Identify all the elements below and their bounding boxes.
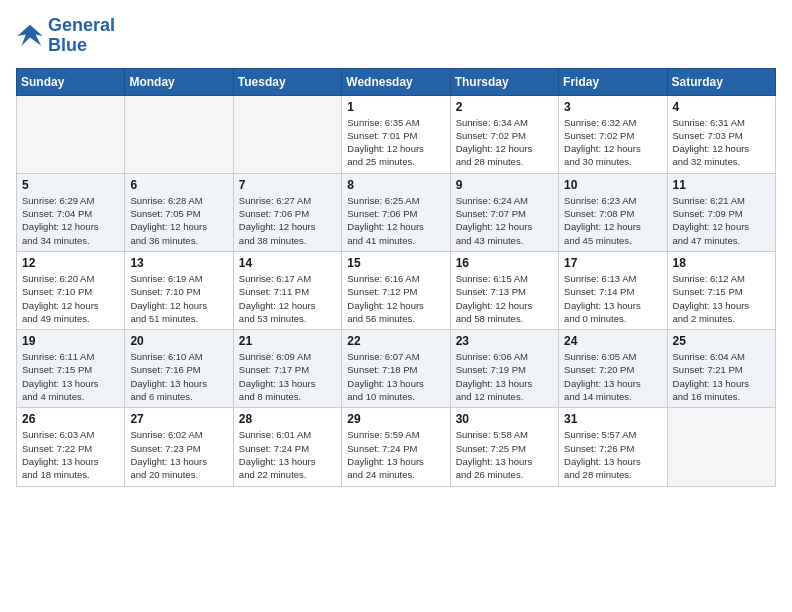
calendar-cell: 12Sunrise: 6:20 AM Sunset: 7:10 PM Dayli… <box>17 251 125 329</box>
calendar-cell: 25Sunrise: 6:04 AM Sunset: 7:21 PM Dayli… <box>667 330 775 408</box>
day-number: 1 <box>347 100 444 114</box>
day-info: Sunrise: 6:07 AM Sunset: 7:18 PM Dayligh… <box>347 350 444 403</box>
calendar-cell: 7Sunrise: 6:27 AM Sunset: 7:06 PM Daylig… <box>233 173 341 251</box>
day-info: Sunrise: 5:57 AM Sunset: 7:26 PM Dayligh… <box>564 428 661 481</box>
day-info: Sunrise: 6:24 AM Sunset: 7:07 PM Dayligh… <box>456 194 553 247</box>
day-number: 7 <box>239 178 336 192</box>
day-number: 3 <box>564 100 661 114</box>
calendar-cell: 30Sunrise: 5:58 AM Sunset: 7:25 PM Dayli… <box>450 408 558 486</box>
day-info: Sunrise: 6:29 AM Sunset: 7:04 PM Dayligh… <box>22 194 119 247</box>
day-info: Sunrise: 6:25 AM Sunset: 7:06 PM Dayligh… <box>347 194 444 247</box>
day-number: 11 <box>673 178 770 192</box>
day-info: Sunrise: 6:03 AM Sunset: 7:22 PM Dayligh… <box>22 428 119 481</box>
day-info: Sunrise: 6:12 AM Sunset: 7:15 PM Dayligh… <box>673 272 770 325</box>
calendar-cell <box>125 95 233 173</box>
calendar-cell: 6Sunrise: 6:28 AM Sunset: 7:05 PM Daylig… <box>125 173 233 251</box>
calendar-table: SundayMondayTuesdayWednesdayThursdayFrid… <box>16 68 776 487</box>
day-number: 25 <box>673 334 770 348</box>
calendar-cell: 2Sunrise: 6:34 AM Sunset: 7:02 PM Daylig… <box>450 95 558 173</box>
day-info: Sunrise: 6:11 AM Sunset: 7:15 PM Dayligh… <box>22 350 119 403</box>
calendar-week-row: 1Sunrise: 6:35 AM Sunset: 7:01 PM Daylig… <box>17 95 776 173</box>
day-number: 31 <box>564 412 661 426</box>
calendar-week-row: 5Sunrise: 6:29 AM Sunset: 7:04 PM Daylig… <box>17 173 776 251</box>
calendar-cell <box>667 408 775 486</box>
day-number: 5 <box>22 178 119 192</box>
day-info: Sunrise: 6:34 AM Sunset: 7:02 PM Dayligh… <box>456 116 553 169</box>
logo-icon <box>16 22 44 50</box>
day-number: 16 <box>456 256 553 270</box>
col-header-tuesday: Tuesday <box>233 68 341 95</box>
day-info: Sunrise: 6:32 AM Sunset: 7:02 PM Dayligh… <box>564 116 661 169</box>
svg-marker-0 <box>17 25 42 46</box>
col-header-sunday: Sunday <box>17 68 125 95</box>
logo-text: General Blue <box>48 16 115 56</box>
day-info: Sunrise: 6:15 AM Sunset: 7:13 PM Dayligh… <box>456 272 553 325</box>
day-info: Sunrise: 6:04 AM Sunset: 7:21 PM Dayligh… <box>673 350 770 403</box>
calendar-cell: 21Sunrise: 6:09 AM Sunset: 7:17 PM Dayli… <box>233 330 341 408</box>
calendar-cell: 3Sunrise: 6:32 AM Sunset: 7:02 PM Daylig… <box>559 95 667 173</box>
logo: General Blue <box>16 16 115 56</box>
day-number: 8 <box>347 178 444 192</box>
calendar-cell: 9Sunrise: 6:24 AM Sunset: 7:07 PM Daylig… <box>450 173 558 251</box>
calendar-cell: 23Sunrise: 6:06 AM Sunset: 7:19 PM Dayli… <box>450 330 558 408</box>
day-number: 23 <box>456 334 553 348</box>
calendar-week-row: 19Sunrise: 6:11 AM Sunset: 7:15 PM Dayli… <box>17 330 776 408</box>
calendar-cell: 22Sunrise: 6:07 AM Sunset: 7:18 PM Dayli… <box>342 330 450 408</box>
col-header-friday: Friday <box>559 68 667 95</box>
calendar-cell <box>17 95 125 173</box>
day-info: Sunrise: 6:35 AM Sunset: 7:01 PM Dayligh… <box>347 116 444 169</box>
calendar-cell: 13Sunrise: 6:19 AM Sunset: 7:10 PM Dayli… <box>125 251 233 329</box>
day-number: 21 <box>239 334 336 348</box>
day-info: Sunrise: 6:27 AM Sunset: 7:06 PM Dayligh… <box>239 194 336 247</box>
day-info: Sunrise: 6:13 AM Sunset: 7:14 PM Dayligh… <box>564 272 661 325</box>
day-number: 15 <box>347 256 444 270</box>
day-info: Sunrise: 6:21 AM Sunset: 7:09 PM Dayligh… <box>673 194 770 247</box>
day-number: 9 <box>456 178 553 192</box>
day-info: Sunrise: 6:02 AM Sunset: 7:23 PM Dayligh… <box>130 428 227 481</box>
day-info: Sunrise: 6:19 AM Sunset: 7:10 PM Dayligh… <box>130 272 227 325</box>
day-number: 14 <box>239 256 336 270</box>
day-number: 30 <box>456 412 553 426</box>
day-number: 28 <box>239 412 336 426</box>
day-number: 22 <box>347 334 444 348</box>
calendar-cell: 1Sunrise: 6:35 AM Sunset: 7:01 PM Daylig… <box>342 95 450 173</box>
day-number: 12 <box>22 256 119 270</box>
day-number: 17 <box>564 256 661 270</box>
calendar-cell: 15Sunrise: 6:16 AM Sunset: 7:12 PM Dayli… <box>342 251 450 329</box>
day-number: 29 <box>347 412 444 426</box>
calendar-cell: 11Sunrise: 6:21 AM Sunset: 7:09 PM Dayli… <box>667 173 775 251</box>
calendar-cell: 18Sunrise: 6:12 AM Sunset: 7:15 PM Dayli… <box>667 251 775 329</box>
day-number: 18 <box>673 256 770 270</box>
calendar-cell: 20Sunrise: 6:10 AM Sunset: 7:16 PM Dayli… <box>125 330 233 408</box>
calendar-cell: 8Sunrise: 6:25 AM Sunset: 7:06 PM Daylig… <box>342 173 450 251</box>
day-number: 10 <box>564 178 661 192</box>
col-header-monday: Monday <box>125 68 233 95</box>
day-info: Sunrise: 6:05 AM Sunset: 7:20 PM Dayligh… <box>564 350 661 403</box>
day-info: Sunrise: 6:06 AM Sunset: 7:19 PM Dayligh… <box>456 350 553 403</box>
calendar-header-row: SundayMondayTuesdayWednesdayThursdayFrid… <box>17 68 776 95</box>
calendar-cell: 5Sunrise: 6:29 AM Sunset: 7:04 PM Daylig… <box>17 173 125 251</box>
day-info: Sunrise: 6:16 AM Sunset: 7:12 PM Dayligh… <box>347 272 444 325</box>
calendar-cell: 24Sunrise: 6:05 AM Sunset: 7:20 PM Dayli… <box>559 330 667 408</box>
calendar-cell: 17Sunrise: 6:13 AM Sunset: 7:14 PM Dayli… <box>559 251 667 329</box>
col-header-thursday: Thursday <box>450 68 558 95</box>
day-info: Sunrise: 6:17 AM Sunset: 7:11 PM Dayligh… <box>239 272 336 325</box>
day-number: 27 <box>130 412 227 426</box>
calendar-cell: 10Sunrise: 6:23 AM Sunset: 7:08 PM Dayli… <box>559 173 667 251</box>
day-number: 26 <box>22 412 119 426</box>
calendar-cell: 27Sunrise: 6:02 AM Sunset: 7:23 PM Dayli… <box>125 408 233 486</box>
day-number: 6 <box>130 178 227 192</box>
day-info: Sunrise: 6:09 AM Sunset: 7:17 PM Dayligh… <box>239 350 336 403</box>
calendar-cell: 19Sunrise: 6:11 AM Sunset: 7:15 PM Dayli… <box>17 330 125 408</box>
calendar-cell: 16Sunrise: 6:15 AM Sunset: 7:13 PM Dayli… <box>450 251 558 329</box>
day-number: 2 <box>456 100 553 114</box>
day-info: Sunrise: 6:28 AM Sunset: 7:05 PM Dayligh… <box>130 194 227 247</box>
day-number: 4 <box>673 100 770 114</box>
day-info: Sunrise: 6:01 AM Sunset: 7:24 PM Dayligh… <box>239 428 336 481</box>
calendar-cell: 4Sunrise: 6:31 AM Sunset: 7:03 PM Daylig… <box>667 95 775 173</box>
day-number: 20 <box>130 334 227 348</box>
calendar-week-row: 26Sunrise: 6:03 AM Sunset: 7:22 PM Dayli… <box>17 408 776 486</box>
day-info: Sunrise: 5:59 AM Sunset: 7:24 PM Dayligh… <box>347 428 444 481</box>
day-info: Sunrise: 5:58 AM Sunset: 7:25 PM Dayligh… <box>456 428 553 481</box>
calendar-cell: 29Sunrise: 5:59 AM Sunset: 7:24 PM Dayli… <box>342 408 450 486</box>
